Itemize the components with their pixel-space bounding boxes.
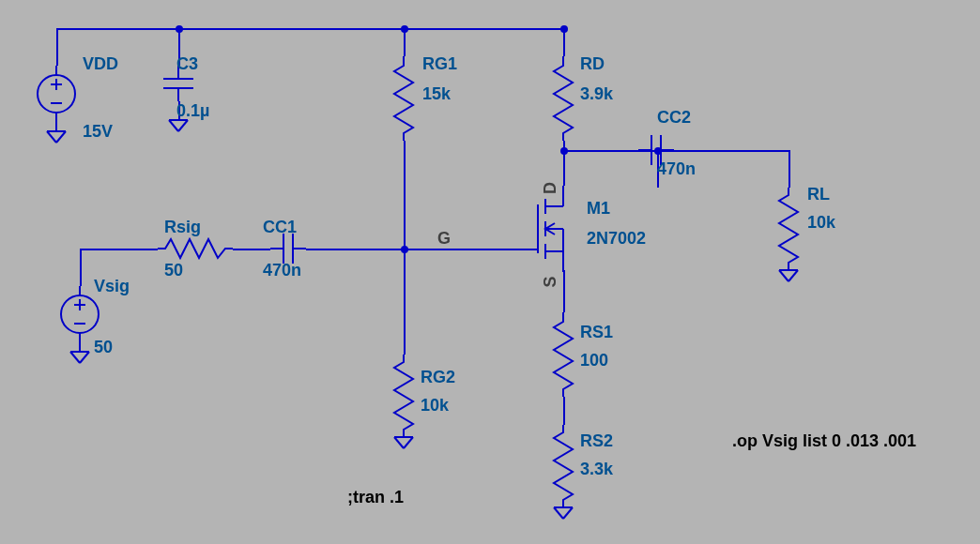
svg-line-8 (56, 131, 66, 143)
resistor-rg1 (392, 56, 415, 141)
svg-line-7 (47, 131, 56, 143)
svg-line-15 (178, 120, 188, 131)
rd-value: 3.9k (580, 84, 613, 104)
cc2-value: 470n (657, 159, 696, 179)
rd-name: RD (580, 54, 605, 74)
c3-name: C3 (176, 54, 198, 74)
voltage-source-vdd (38, 66, 75, 141)
rl-name: RL (807, 185, 830, 204)
m1-name: M1 (587, 199, 610, 219)
resistor-rsig (158, 237, 233, 260)
cc1-value: 470n (263, 261, 301, 280)
mosfet-m1 (521, 186, 577, 272)
vdd-value: 15V (83, 122, 113, 142)
rg2-name: RG2 (421, 368, 455, 387)
pin-s: S (541, 276, 560, 287)
cc1-name: CC1 (263, 218, 297, 237)
svg-line-40 (70, 352, 80, 363)
directive-op[interactable]: .op Vsig list 0 .013 .001 (732, 431, 916, 451)
svg-line-41 (80, 352, 89, 363)
rs1-name: RS1 (580, 323, 613, 342)
rsig-name: Rsig (164, 218, 201, 237)
rs2-name: RS2 (580, 431, 613, 451)
svg-line-24 (563, 507, 573, 519)
c3-value: 0.1µ (176, 101, 209, 121)
cc2-name: CC2 (657, 108, 691, 128)
resistor-rl (777, 188, 800, 281)
vdd-name: VDD (83, 54, 118, 74)
resistor-rs1 (552, 312, 574, 397)
pin-d: D (541, 182, 560, 194)
svg-line-17 (779, 270, 789, 281)
resistor-rg2 (392, 355, 415, 448)
directive-tran[interactable]: ;tran .1 (347, 488, 404, 507)
svg-line-14 (169, 120, 178, 131)
pin-g: G (437, 229, 451, 249)
rg1-value: 15k (422, 84, 451, 104)
m1-value: 2N7002 (587, 229, 646, 249)
resistor-rs2 (552, 425, 574, 519)
rs2-value: 3.3k (580, 460, 613, 479)
svg-line-21 (404, 437, 413, 448)
svg-line-20 (394, 437, 404, 448)
rs1-value: 100 (580, 351, 608, 370)
vsig-value: 50 (94, 338, 113, 357)
rsig-value: 50 (164, 261, 183, 280)
svg-line-18 (789, 270, 798, 281)
rl-value: 10k (807, 213, 835, 233)
svg-line-23 (554, 507, 563, 519)
voltage-source-vsig (61, 286, 99, 380)
rg2-value: 10k (421, 396, 449, 416)
resistor-rd (552, 56, 574, 141)
rg1-name: RG1 (422, 54, 457, 74)
vsig-name: Vsig (94, 277, 130, 296)
